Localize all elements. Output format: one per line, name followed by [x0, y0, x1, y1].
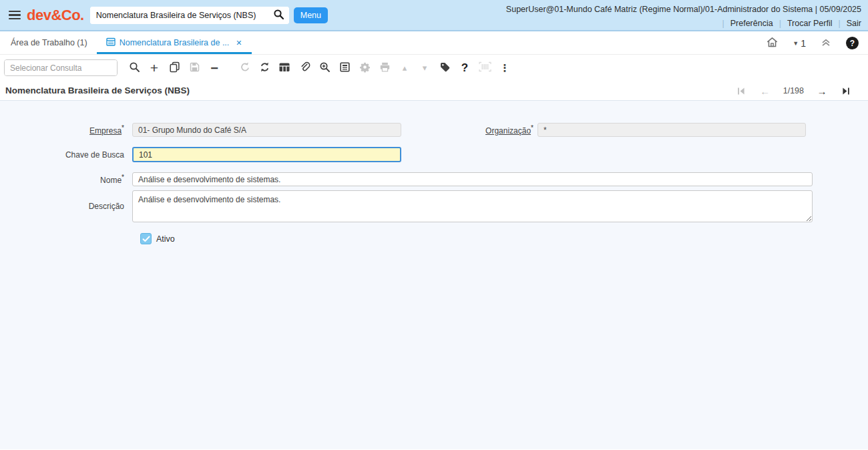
attachment-icon	[299, 61, 310, 75]
app-header: dev&Co. Menu SuperUser@01-Mundo Café Mat…	[0, 0, 868, 31]
tab-window-icon	[106, 37, 116, 49]
separator: |	[773, 19, 787, 28]
window-dropdown-icon: ▼	[793, 40, 799, 47]
zoom-across-icon	[319, 61, 331, 75]
process-button	[355, 58, 375, 78]
help-circle-icon[interactable]: ?	[846, 37, 859, 49]
window-toolbar: ▼ + − ▴ ▾ ?	[0, 55, 868, 81]
record-title: Nomenclatura Brasileira de Serviços (NBS…	[0, 85, 190, 95]
find-icon	[129, 61, 140, 75]
separator: |	[716, 19, 730, 28]
barcode-icon	[479, 61, 491, 74]
required-marker: *	[531, 124, 533, 132]
parent-record-button: ▴	[395, 58, 415, 78]
parent-record-icon: ▴	[403, 63, 407, 73]
required-marker: *	[122, 124, 124, 132]
required-marker: *	[122, 174, 124, 181]
record-title-row: Nomenclatura Brasileira de Serviços (NBS…	[0, 81, 868, 101]
home-icon[interactable]	[766, 36, 779, 50]
descricao-label: Descrição	[0, 202, 132, 211]
ativo-label: Ativo	[156, 234, 175, 244]
preferences-link[interactable]: Preferência	[730, 19, 773, 28]
descricao-field[interactable]: Análise e desenvolvimento de sistemas.	[132, 190, 813, 222]
switch-role-link[interactable]: Trocar Perfil	[787, 19, 833, 28]
delete-record-button[interactable]: −	[204, 58, 224, 78]
app-logo: dev&Co.	[27, 7, 84, 24]
label-button[interactable]	[435, 58, 455, 78]
chave-de-busca-label: Chave de Busca	[0, 150, 132, 160]
search-icon	[273, 9, 284, 22]
organizacao-label: Organização*	[401, 124, 537, 136]
form-row-empresa-organizacao: Empresa* Organização*	[0, 123, 868, 137]
help-icon: ?	[461, 61, 468, 75]
form-row-descricao: Descrição Análise e desenvolvimento de s…	[0, 190, 868, 222]
last-record-icon[interactable]	[839, 83, 853, 98]
barcode-button	[475, 58, 495, 78]
tab-label: Nomenclatura Brasileira de ...	[120, 38, 230, 47]
find-record-button[interactable]	[124, 58, 144, 78]
undo-button	[234, 58, 254, 78]
report-button[interactable]	[335, 58, 355, 78]
previous-record-icon[interactable]: ←	[758, 83, 773, 98]
tab-nbs-window[interactable]: Nomenclatura Brasileira de ... ✕	[97, 31, 252, 54]
zoom-across-button[interactable]	[314, 58, 335, 78]
ativo-checkbox[interactable]	[140, 233, 152, 244]
form-panel: Empresa* Organização* Chave de Busca Nom…	[0, 101, 868, 449]
more-options-icon: ⋮	[500, 62, 510, 74]
record-position: 1/198	[782, 86, 805, 95]
help-button[interactable]: ?	[455, 58, 475, 78]
query-select: ▼	[4, 59, 118, 76]
form-row-nome: Nome*	[0, 172, 868, 186]
label-icon	[439, 61, 451, 75]
chave-de-busca-field[interactable]	[132, 147, 401, 162]
logout-link[interactable]: Sair	[847, 19, 861, 28]
global-search	[90, 7, 289, 24]
empresa-label: Empresa*	[0, 124, 132, 136]
form-row-ativo: Ativo	[140, 233, 868, 244]
next-record-icon[interactable]: →	[815, 83, 829, 98]
new-record-icon: +	[150, 61, 158, 75]
copy-record-icon	[169, 61, 180, 75]
new-record-button[interactable]: +	[144, 58, 164, 78]
copy-record-button[interactable]	[164, 58, 184, 78]
expand-icon[interactable]	[820, 37, 832, 49]
close-tab-icon[interactable]: ✕	[236, 39, 242, 47]
hamburger-menu-icon[interactable]	[9, 11, 21, 20]
query-select-input[interactable]	[5, 60, 118, 75]
grid-toggle-icon	[278, 61, 290, 75]
menu-button[interactable]: Menu	[294, 7, 328, 23]
detail-record-button: ▾	[415, 58, 435, 78]
attachment-button[interactable]	[294, 58, 314, 78]
organizacao-field	[537, 123, 806, 137]
search-button[interactable]	[269, 7, 289, 24]
undo-icon	[239, 61, 250, 75]
process-icon	[359, 61, 371, 75]
more-options-button[interactable]: ⋮	[495, 58, 515, 78]
report-icon	[339, 61, 351, 75]
first-record-icon[interactable]	[734, 83, 748, 98]
save-icon	[189, 61, 200, 75]
nome-label: Nome*	[0, 174, 132, 185]
grid-toggle-button[interactable]	[274, 58, 294, 78]
refresh-icon	[259, 61, 270, 75]
open-windows-selector[interactable]: ▼ 1	[793, 38, 806, 49]
record-navigation: ← 1/198 →	[734, 81, 853, 101]
open-windows-count: 1	[801, 38, 806, 49]
print-button	[375, 58, 395, 78]
empresa-field	[132, 123, 401, 137]
tab-bar: Área de Trabalho (1) Nomenclatura Brasil…	[0, 31, 868, 55]
separator: |	[833, 19, 847, 28]
nome-field[interactable]	[132, 172, 813, 186]
refresh-button[interactable]	[254, 58, 274, 78]
user-links: | Preferência | Trocar Perfil | Sair	[506, 19, 861, 28]
print-icon	[379, 61, 391, 75]
save-button	[184, 58, 204, 78]
checkbox-check-icon	[142, 236, 150, 242]
user-info: SuperUser@01-Mundo Café Matriz (Regime N…	[506, 5, 861, 14]
form-row-chave: Chave de Busca	[0, 147, 868, 162]
tab-workspace[interactable]: Área de Trabalho (1)	[1, 31, 97, 54]
global-search-input[interactable]	[90, 7, 269, 24]
tab-label: Área de Trabalho (1)	[11, 38, 87, 47]
delete-record-icon: −	[210, 61, 218, 75]
detail-record-icon: ▾	[423, 63, 427, 73]
